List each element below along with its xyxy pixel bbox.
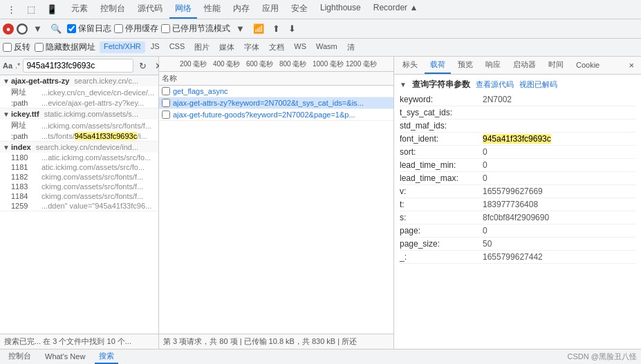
search-group-header[interactable]: ▼ ajax-get-attrs-zy search.ickey.cn/c... bbox=[0, 75, 158, 86]
view-source-link[interactable]: 查看源代码 bbox=[476, 79, 514, 90]
search-group-item[interactable]: 1183ckimg.com/assets/src/fonts/f... bbox=[0, 182, 158, 191]
filter-type-媒体[interactable]: 媒体 bbox=[215, 41, 239, 53]
filter-type-图片[interactable]: 图片 bbox=[190, 41, 214, 53]
tab-性能[interactable]: 性能 bbox=[198, 0, 226, 19]
timeline-marker: 1000 毫秒 bbox=[313, 57, 344, 69]
search-group: ▼ ickey.ttf static.ickimg.com/assets/s..… bbox=[0, 108, 158, 142]
preserve-log-checkbox[interactable] bbox=[67, 24, 76, 33]
query-param-row: std_maf_ids: bbox=[400, 119, 635, 133]
query-param-row: _: 1655799627442 bbox=[400, 251, 635, 264]
tab-安全[interactable]: 安全 bbox=[286, 0, 313, 19]
right-tab-预览[interactable]: 预览 bbox=[452, 57, 479, 74]
param-val: 0 bbox=[483, 226, 487, 236]
bottom-tab-控制台[interactable]: 控制台 bbox=[4, 349, 35, 364]
tab-网络[interactable]: 网络 bbox=[169, 0, 197, 19]
search-group-item[interactable]: :path...evice/ajax-get-attrs-zy?key... bbox=[0, 98, 158, 108]
hide-data-url-label[interactable]: 隐藏数据网址 bbox=[35, 41, 95, 53]
upload-icon[interactable]: ⬆ bbox=[270, 22, 283, 35]
search-status: 搜索已完... 在 3 个文件中找到 10 个... bbox=[0, 334, 158, 349]
search-group-item[interactable]: 1180...atic.ickimg.com/assets/src/fo... bbox=[0, 153, 158, 162]
search-group-item[interactable]: 网址...ickimg.com/assets/src/fonts/f... bbox=[0, 119, 158, 131]
inspect-icon[interactable]: ⬚ bbox=[24, 3, 38, 16]
device-icon[interactable]: 📱 bbox=[44, 3, 60, 16]
search-group-item[interactable]: 1184ckimg.com/assets/src/fonts/f... bbox=[0, 191, 158, 201]
param-key: s: bbox=[400, 213, 483, 222]
net-item-checkbox[interactable] bbox=[162, 111, 170, 119]
search-group-item[interactable]: 网址...ickey.cn/cn_device/cn-device/... bbox=[0, 86, 158, 98]
search-group-item[interactable]: 1259...dden" value="945a41f33fc96... bbox=[0, 201, 158, 211]
filter-icon[interactable]: ▼ bbox=[30, 22, 45, 35]
search-results: ▼ ajax-get-attrs-zy search.ickey.cn/c...… bbox=[0, 75, 158, 334]
middle-panel: 200 毫秒400 毫秒600 毫秒800 毫秒1000 毫秒1200 毫秒 名… bbox=[159, 57, 394, 349]
filter-type-ws[interactable]: WS bbox=[290, 41, 310, 53]
wifi-icon: 📶 bbox=[250, 22, 267, 35]
reverse-filter-label[interactable]: 反转 bbox=[3, 41, 30, 53]
bottom-tab-搜索[interactable]: 搜索 bbox=[95, 349, 118, 364]
search-input[interactable] bbox=[23, 59, 133, 73]
filter-type-文档[interactable]: 文档 bbox=[265, 41, 288, 53]
close-right-panel[interactable]: × bbox=[624, 59, 638, 72]
preserve-log-label[interactable]: 保留日志 bbox=[67, 23, 111, 35]
tab-lighthouse[interactable]: Lighthouse bbox=[315, 0, 366, 19]
expand-icon: ▼ bbox=[3, 77, 10, 85]
param-key: sort: bbox=[400, 147, 483, 157]
disable-cache-checkbox[interactable] bbox=[114, 24, 123, 33]
filter-type-js[interactable]: JS bbox=[147, 41, 164, 53]
param-val: 0 bbox=[483, 160, 487, 170]
download-icon[interactable]: ⬇ bbox=[286, 22, 299, 35]
throttle-dropdown[interactable]: ▼ bbox=[233, 22, 248, 35]
right-tab-载荷[interactable]: 载荷 bbox=[425, 57, 451, 74]
net-item-checkbox[interactable] bbox=[162, 99, 170, 107]
offline-checkbox[interactable] bbox=[161, 24, 170, 33]
query-params: keyword: 2N7002t_sys_cat_ids: std_maf_id… bbox=[400, 93, 635, 264]
search-group-header[interactable]: ▼ ickey.ttf static.ickimg.com/assets/s..… bbox=[0, 108, 158, 119]
search-group-item[interactable]: 1181atic.ickimg.com/assets/src/fo... bbox=[0, 162, 158, 172]
settings-icon[interactable]: ⋮ bbox=[4, 3, 19, 16]
param-key: lead_time_max: bbox=[400, 173, 483, 183]
bottom-bar: 控制台What's New搜索CSDN @黑脸丑八怪 bbox=[0, 349, 641, 364]
right-tab-响应[interactable]: 响应 bbox=[480, 57, 506, 74]
bottom-tab-What's New[interactable]: What's New bbox=[41, 351, 89, 363]
net-item-checkbox[interactable] bbox=[162, 87, 170, 95]
param-key: page_size: bbox=[400, 239, 483, 249]
tab-应用[interactable]: 应用 bbox=[257, 0, 284, 19]
filter-type-fetch/xhr[interactable]: Fetch/XHR bbox=[100, 41, 145, 53]
right-tab-标头[interactable]: 标头 bbox=[397, 57, 423, 74]
refresh-icon[interactable]: ↻ bbox=[136, 59, 149, 73]
stop-button[interactable]: ⬤ bbox=[17, 23, 28, 35]
search-group-item[interactable]: :path...ts/fonts/945a41f33fc9693c/i... bbox=[0, 131, 158, 141]
tab-recorder-▲[interactable]: Recorder ▲ bbox=[368, 0, 424, 19]
param-val: 2N7002 bbox=[483, 95, 512, 104]
record-button[interactable]: ● bbox=[3, 23, 14, 35]
tab-源代码[interactable]: 源代码 bbox=[132, 0, 168, 19]
param-key: t: bbox=[400, 200, 483, 209]
filter-type-css[interactable]: CSS bbox=[165, 41, 189, 53]
offline-label[interactable]: 已停用节流模式 bbox=[161, 23, 230, 35]
right-tabs: 标头载荷预览响应启动器时间Cookie× bbox=[394, 57, 641, 75]
filter-type-字体[interactable]: 字体 bbox=[240, 41, 263, 53]
network-item[interactable]: ajax-get-future-goods?keyword=2N7002&pag… bbox=[159, 109, 393, 121]
network-item[interactable]: get_flags_async bbox=[159, 86, 393, 97]
param-key: page: bbox=[400, 226, 483, 236]
hide-data-url-checkbox[interactable] bbox=[35, 43, 44, 52]
right-content: ▼ 查询字符串参数 查看源代码 视图已解码 keyword: 2N7002t_s… bbox=[394, 75, 641, 349]
right-tab-Cookie[interactable]: Cookie bbox=[570, 58, 605, 73]
filter-type-wasm[interactable]: Wasm bbox=[312, 41, 342, 53]
search-group-item[interactable]: 1182ckimg.com/assets/src/fonts/f... bbox=[0, 172, 158, 182]
tab-内存[interactable]: 内存 bbox=[227, 0, 255, 19]
aa-label: Aa bbox=[3, 61, 12, 70]
network-item[interactable]: ajax-get-attrs-zy?keyword=2N7002&t_sys_c… bbox=[159, 97, 393, 109]
right-tab-时间[interactable]: 时间 bbox=[543, 57, 569, 74]
query-param-row: page: 0 bbox=[400, 224, 635, 238]
reverse-checkbox[interactable] bbox=[3, 43, 12, 52]
tab-元素[interactable]: 元素 bbox=[66, 0, 93, 19]
timeline-marker: 200 毫秒 bbox=[180, 57, 207, 69]
tab-控制台[interactable]: 控制台 bbox=[95, 0, 131, 19]
left-panel: Aa .* ↻ ✕ ▼ ajax-get-attrs-zy search.ick… bbox=[0, 57, 159, 349]
view-decoded-link[interactable]: 视图已解码 bbox=[519, 79, 557, 90]
search-group-header[interactable]: ▼ index search.ickey.cn/cndevice/ind... bbox=[0, 142, 158, 153]
right-tab-启动器[interactable]: 启动器 bbox=[508, 57, 541, 74]
filter-type-清[interactable]: 清 bbox=[343, 41, 359, 53]
search-icon[interactable]: 🔍 bbox=[48, 22, 64, 35]
disable-cache-label[interactable]: 停用缓存 bbox=[114, 23, 158, 35]
